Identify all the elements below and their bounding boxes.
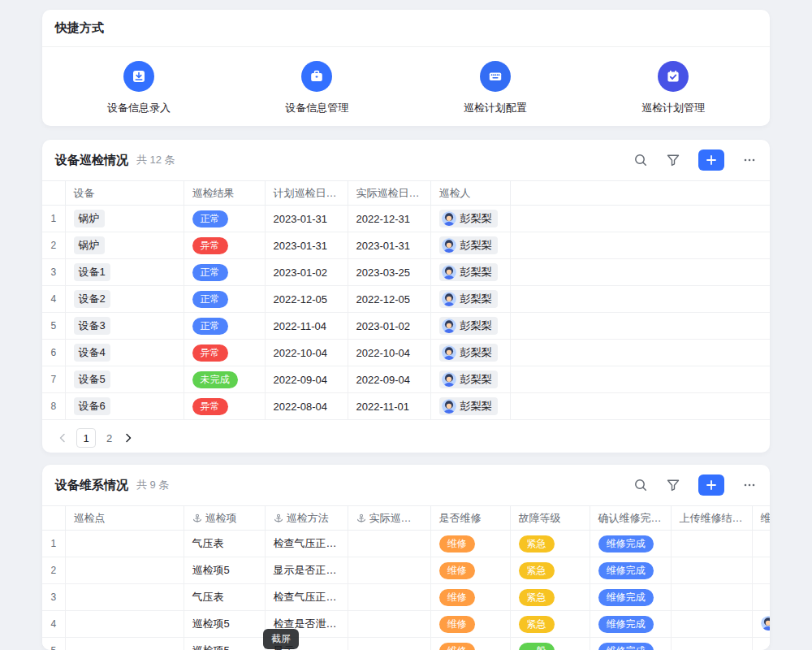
actual-date-cell[interactable]: 2023-03-25 (348, 259, 430, 286)
next-page-icon[interactable] (123, 432, 134, 444)
upload-cell[interactable] (671, 638, 752, 650)
assignee-cell[interactable] (752, 531, 770, 557)
item-cell[interactable]: 巡检项5 (184, 638, 265, 650)
actual-cell[interactable] (348, 611, 430, 638)
maintenance-table-row[interactable]: 2 巡检项5 显示是否正… 维修 紧急 维修完成 (42, 557, 770, 584)
actual-cell[interactable] (348, 638, 430, 650)
repair-cell[interactable]: 维修 (430, 584, 510, 611)
column-header-plan-date[interactable]: 计划巡检日… (265, 181, 348, 206)
more-icon[interactable] (742, 478, 757, 492)
result-cell[interactable]: 正常 (184, 259, 265, 286)
plan-date-cell[interactable]: 2022-09-04 (265, 366, 348, 393)
shortcut-device-manage[interactable]: 设备信息管理 (285, 61, 348, 115)
maintenance-table-row[interactable]: 5 巡检项5 显示… 维修 一般 维修完成 (42, 638, 770, 650)
result-cell[interactable]: 异常 (184, 232, 265, 259)
upload-cell[interactable] (671, 557, 752, 584)
item-cell[interactable]: 气压表 (184, 531, 265, 557)
device-cell[interactable]: 锅炉 (65, 232, 184, 259)
item-cell[interactable]: 巡检项5 (184, 611, 265, 638)
plan-date-cell[interactable]: 2023-01-31 (265, 206, 348, 232)
plan-date-cell[interactable]: 2022-12-05 (265, 286, 348, 313)
result-cell[interactable]: 正常 (184, 286, 265, 313)
add-button[interactable] (698, 150, 724, 171)
level-cell[interactable]: 紧急 (510, 531, 590, 557)
level-cell[interactable]: 紧急 (510, 557, 590, 584)
point-cell[interactable] (65, 584, 184, 611)
maintenance-table-row[interactable]: 4 巡检项5 检查是否泄… 维修 紧急 维修完成 (42, 611, 770, 638)
repair-cell[interactable]: 维修 (430, 611, 510, 638)
column-header-method[interactable]: 巡检方法 (265, 506, 348, 531)
result-cell[interactable]: 异常 (184, 393, 265, 420)
inspection-table-row[interactable]: 1 锅炉 正常 2023-01-31 2022-12-31 彭梨梨 (42, 206, 770, 232)
method-cell[interactable]: 检查气压正… (265, 584, 348, 611)
confirm-cell[interactable]: 维修完成 (590, 611, 671, 638)
filter-icon[interactable] (666, 153, 680, 167)
device-cell[interactable]: 设备2 (65, 286, 184, 313)
item-cell[interactable]: 气压表 (184, 584, 265, 611)
inspection-table-row[interactable]: 3 设备1 正常 2023-01-02 2023-03-25 彭梨梨 (42, 259, 770, 286)
method-cell[interactable]: 显示是否正… (265, 557, 348, 584)
actual-cell[interactable] (348, 557, 430, 584)
point-cell[interactable] (65, 557, 184, 584)
plan-date-cell[interactable]: 2022-11-04 (265, 313, 348, 340)
point-cell[interactable] (65, 638, 184, 650)
actual-date-cell[interactable]: 2023-01-02 (348, 313, 430, 340)
inspector-cell[interactable]: 彭梨梨 (430, 206, 510, 232)
page-button-1[interactable]: 1 (76, 428, 96, 448)
plan-date-cell[interactable]: 2022-10-04 (265, 340, 348, 366)
result-cell[interactable]: 未完成 (184, 366, 265, 393)
search-icon[interactable] (633, 478, 648, 492)
inspector-cell[interactable]: 彭梨梨 (430, 232, 510, 259)
upload-cell[interactable] (671, 584, 752, 611)
shortcut-plan-config[interactable]: 巡检计划配置 (464, 61, 527, 115)
repair-cell[interactable]: 维修 (430, 557, 510, 584)
column-header-actual[interactable]: 实际巡… (348, 506, 430, 531)
plan-date-cell[interactable]: 2023-01-31 (265, 232, 348, 259)
device-cell[interactable]: 设备5 (65, 366, 184, 393)
result-cell[interactable]: 正常 (184, 313, 265, 340)
inspector-cell[interactable]: 彭梨梨 (430, 259, 510, 286)
actual-date-cell[interactable]: 2022-12-05 (348, 286, 430, 313)
inspection-table-row[interactable]: 4 设备2 正常 2022-12-05 2022-12-05 彭梨梨 (42, 286, 770, 313)
column-header-point[interactable]: 巡检点 (65, 506, 184, 531)
point-cell[interactable] (65, 531, 184, 557)
assignee-cell[interactable] (752, 611, 770, 638)
method-cell[interactable]: 检查气压正… (265, 531, 348, 557)
inspector-cell[interactable]: 彭梨梨 (430, 340, 510, 366)
plan-date-cell[interactable]: 2022-08-04 (265, 393, 348, 420)
plan-date-cell[interactable]: 2023-01-02 (265, 259, 348, 286)
item-cell[interactable]: 巡检项5 (184, 557, 265, 584)
column-header-actual-date[interactable]: 实际巡检日… (348, 181, 430, 206)
confirm-cell[interactable]: 维修完成 (590, 638, 671, 650)
device-cell[interactable]: 设备1 (65, 259, 184, 286)
confirm-cell[interactable]: 维修完成 (590, 584, 671, 611)
maintenance-table-row[interactable]: 3 气压表 检查气压正… 维修 紧急 维修完成 (42, 584, 770, 611)
device-cell[interactable]: 锅炉 (65, 206, 184, 232)
inspection-table-row[interactable]: 5 设备3 正常 2022-11-04 2023-01-02 彭梨梨 (42, 313, 770, 340)
column-header-inspector[interactable]: 巡检人 (430, 181, 510, 206)
shortcut-device-entry[interactable]: 设备信息录入 (107, 61, 171, 115)
actual-date-cell[interactable]: 2022-11-01 (348, 393, 430, 420)
actual-date-cell[interactable]: 2022-12-31 (348, 206, 430, 232)
add-button[interactable] (698, 474, 724, 496)
confirm-cell[interactable]: 维修完成 (590, 557, 671, 584)
column-header-upload[interactable]: 上传维修结… (671, 506, 752, 531)
assignee-cell[interactable] (752, 557, 770, 584)
result-cell[interactable]: 异常 (184, 340, 265, 366)
level-cell[interactable]: 紧急 (510, 584, 590, 611)
level-cell[interactable]: 紧急 (510, 611, 590, 638)
actual-cell[interactable] (348, 584, 430, 611)
column-header-truncated[interactable]: 维 (752, 506, 770, 531)
shortcut-plan-manage[interactable]: 巡检计划管理 (641, 61, 705, 115)
device-cell[interactable]: 设备4 (65, 340, 184, 366)
actual-date-cell[interactable]: 2023-01-31 (348, 232, 430, 259)
column-header-device[interactable]: 设备 (65, 181, 184, 206)
repair-cell[interactable]: 维修 (430, 531, 510, 557)
assignee-cell[interactable] (752, 584, 770, 611)
level-cell[interactable]: 一般 (510, 638, 590, 650)
maintenance-table-row[interactable]: 1 气压表 检查气压正… 维修 紧急 维修完成 (42, 531, 770, 557)
inspection-table-row[interactable]: 8 设备6 异常 2022-08-04 2022-11-01 彭梨梨 (42, 393, 770, 420)
inspector-cell[interactable]: 彭梨梨 (430, 366, 510, 393)
repair-cell[interactable]: 维修 (430, 638, 510, 650)
device-cell[interactable]: 设备6 (65, 393, 184, 420)
